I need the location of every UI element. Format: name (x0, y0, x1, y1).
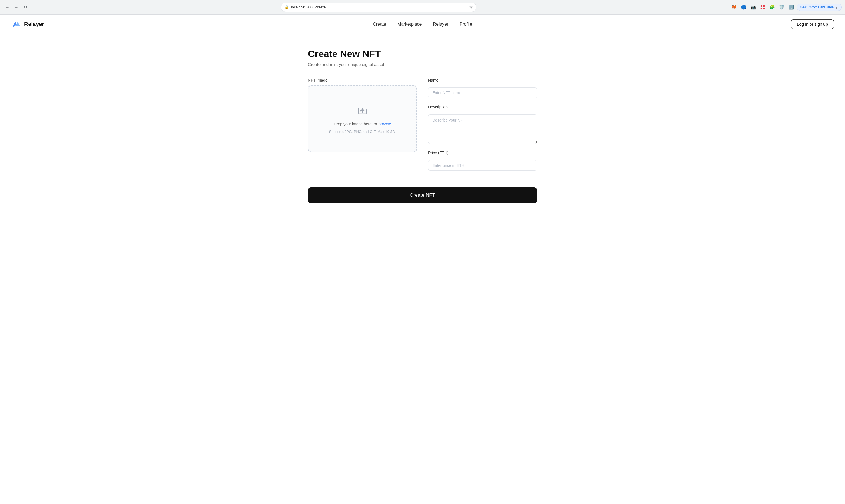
nav-marketplace[interactable]: Marketplace (397, 22, 422, 27)
svg-rect-3 (763, 7, 765, 9)
ext-icon-2[interactable]: 🔵 (740, 3, 748, 11)
upload-icon (356, 104, 369, 119)
ext-icon-5[interactable]: 🧩 (768, 3, 776, 11)
browser-chrome: ← → ↻ 🔒 localhost:3000/create ☆ 🦊 🔵 📷 🧩 … (0, 0, 845, 15)
main-nav: Create Marketplace Relayer Profile (373, 22, 472, 27)
form-grid: NFT Image Drop your image here, or brows… (308, 78, 537, 203)
image-upload-column: NFT Image Drop your image here, or brows… (308, 78, 417, 152)
new-chrome-text: New Chrome available (800, 5, 833, 9)
upload-support-text: Supports JPG, PNG and GIF. Max 10MB. (329, 130, 396, 134)
page-title: Create New NFT (308, 48, 537, 59)
nav-relayer[interactable]: Relayer (433, 22, 448, 27)
name-field-group: Name (428, 78, 537, 98)
nft-name-input[interactable] (428, 87, 537, 98)
nft-description-input[interactable] (428, 114, 537, 144)
nft-price-input[interactable] (428, 160, 537, 171)
ext-icon-shield[interactable]: 🛡️ (778, 3, 786, 11)
login-button[interactable]: Log in or sign up (791, 19, 834, 29)
image-upload-dropzone[interactable]: Drop your image here, or browse Supports… (308, 85, 417, 152)
svg-marker-4 (13, 21, 17, 28)
description-field-group: Description (428, 105, 537, 144)
reload-button[interactable]: ↻ (21, 3, 29, 11)
form-right-column: Name Description Price (ETH) (428, 78, 537, 171)
create-nft-button[interactable]: Create NFT (308, 187, 537, 203)
metamask-icon[interactable]: 🦊 (730, 3, 738, 11)
bookmark-icon[interactable]: ☆ (469, 4, 473, 10)
address-bar[interactable]: 🔒 localhost:3000/create ☆ (281, 2, 477, 12)
price-field-group: Price (ETH) (428, 150, 537, 171)
app-header: Relayer Create Marketplace Relayer Profi… (0, 15, 845, 34)
svg-rect-1 (763, 5, 765, 6)
logo-text: Relayer (24, 21, 44, 28)
svg-rect-0 (761, 5, 762, 6)
nav-buttons: ← → ↻ (3, 3, 29, 11)
nav-create[interactable]: Create (373, 22, 386, 27)
ext-icon-3[interactable]: 📷 (749, 3, 757, 11)
forward-button[interactable]: → (12, 3, 20, 11)
ext-icon-4[interactable] (759, 3, 767, 11)
ext-icon-download[interactable]: ⬇️ (787, 3, 795, 11)
price-label: Price (ETH) (428, 150, 537, 155)
description-label: Description (428, 105, 537, 109)
back-button[interactable]: ← (3, 3, 11, 11)
extensions-area: 🦊 🔵 📷 🧩 🛡️ ⬇️ New Chrome available ⋮ (730, 3, 842, 11)
logo-icon (11, 19, 21, 29)
drop-prefix: Drop your image here, or (334, 122, 378, 126)
name-label: Name (428, 78, 537, 83)
nav-profile[interactable]: Profile (460, 22, 472, 27)
dots-menu-icon[interactable]: ⋮ (835, 5, 839, 10)
page-subtitle: Create and mint your unique digital asse… (308, 62, 537, 67)
nft-image-label: NFT Image (308, 78, 417, 83)
svg-marker-5 (16, 22, 20, 26)
new-chrome-banner[interactable]: New Chrome available ⋮ (797, 4, 842, 11)
logo[interactable]: Relayer (11, 19, 44, 29)
upload-drop-text: Drop your image here, or browse (334, 122, 391, 126)
svg-rect-2 (761, 7, 762, 9)
lock-icon: 🔒 (285, 5, 289, 9)
main-content: Create New NFT Create and mint your uniq… (297, 34, 548, 226)
create-nft-section: Create NFT (308, 187, 537, 203)
url-text: localhost:3000/create (291, 5, 467, 9)
browse-link[interactable]: browse (378, 122, 391, 126)
